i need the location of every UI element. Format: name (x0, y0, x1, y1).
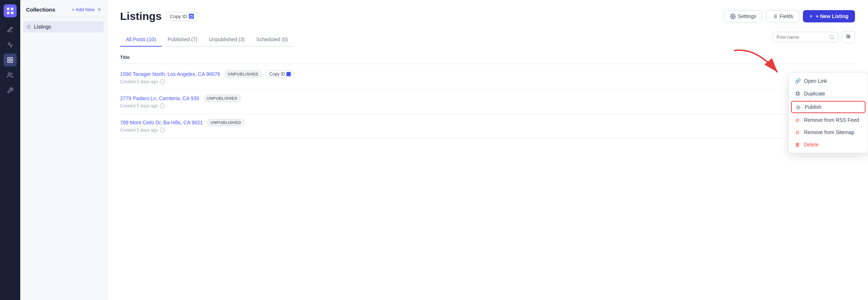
listing-row-top-3: 789 Mont Cielo Dr, Ba Hills, CA 9021 UNP… (120, 119, 855, 126)
add-new-button[interactable]: + Add New (72, 7, 94, 12)
gear-icon (730, 14, 736, 19)
delete-icon: 🗑 (795, 142, 800, 147)
sidebar-signal-icon[interactable] (4, 38, 17, 51)
sort-icon (845, 34, 851, 39)
listing-meta-3: Created 5 days ago i (120, 128, 855, 133)
collections-list: ☷ Listings (20, 17, 107, 36)
publish-icon: ◎ (795, 104, 801, 110)
copy-id-label: Copy ID (170, 14, 187, 19)
context-menu: 🔗 Open Link ⧉ Duplicate ◎ Publish ⊘ Remo… (788, 72, 868, 153)
context-menu-delete[interactable]: 🗑 Delete (789, 138, 868, 151)
page-title: Listings (120, 10, 162, 22)
svg-rect-1 (11, 8, 13, 10)
fields-button[interactable]: Fields (766, 10, 799, 22)
column-title: Title (120, 55, 130, 60)
status-badge-3: UNPUBLISHED (207, 119, 244, 126)
status-badge-1: UNPUBLISHED (225, 70, 262, 78)
status-badge-2: UNPUBLISHED (204, 95, 241, 102)
sidebar-database-icon[interactable] (4, 53, 17, 67)
sidebar-tools-icon[interactable] (4, 84, 17, 97)
sidebar-users-icon[interactable] (4, 69, 17, 82)
svg-point-10 (732, 16, 734, 17)
publish-label: Publish (805, 104, 821, 110)
listing-row-3: 789 Mont Cielo Dr, Ba Hills, CA 9021 UNP… (120, 114, 855, 138)
svg-rect-5 (11, 57, 13, 59)
context-menu-open-link[interactable]: 🔗 Open Link (789, 75, 868, 87)
open-link-label: Open Link (804, 78, 827, 84)
app-logo (4, 4, 17, 17)
svg-rect-0 (7, 8, 9, 10)
tab-scheduled[interactable]: Scheduled (0) (251, 33, 294, 47)
remove-rss-icon: ⊘ (795, 117, 800, 123)
sort-button[interactable] (841, 31, 855, 43)
svg-rect-3 (11, 12, 13, 14)
duplicate-icon: ⧉ (795, 90, 800, 97)
svg-line-18 (833, 38, 834, 39)
remove-sitemap-icon: ⊘ (795, 129, 800, 135)
svg-point-8 (8, 73, 10, 75)
icon-sidebar (0, 0, 20, 300)
tabs-group: All Posts (10) Published (7) Unpublished… (120, 33, 294, 47)
context-menu-duplicate[interactable]: ⧉ Duplicate (789, 87, 868, 100)
collection-item-label: Listings (34, 24, 51, 30)
collection-item-listings[interactable]: ☷ Listings (23, 21, 104, 33)
svg-rect-2 (7, 12, 9, 14)
main-content: Listings Copy ID Settings Fields + + New… (107, 0, 868, 300)
page-title-group: Listings Copy ID (120, 10, 198, 22)
open-link-icon: 🔗 (795, 78, 800, 84)
context-menu-remove-sitemap[interactable]: ⊘ Remove from Sitemap (789, 126, 868, 138)
sidebar-pen-icon[interactable] (4, 23, 17, 36)
list-icon: ☷ (27, 24, 31, 30)
duplicate-label: Duplicate (804, 91, 825, 97)
svg-rect-6 (8, 61, 9, 63)
top-bar-actions: Settings Fields + + New Listing (724, 10, 855, 22)
listing-row-2: 2779 Padaro Ln, Carnteria, CA 930 UNPUBL… (120, 90, 855, 114)
search-input-wrap[interactable] (773, 32, 838, 42)
delete-label: Delete (804, 142, 818, 147)
copy-id-button[interactable]: Copy ID (166, 12, 198, 21)
context-menu-publish[interactable]: ◎ Publish (791, 101, 865, 113)
settings-button[interactable]: Settings (724, 10, 762, 22)
remove-sitemap-label: Remove from Sitemap (804, 129, 854, 135)
svg-point-17 (830, 35, 833, 38)
listing-title-link-2[interactable]: 2779 Padaro Ln, Carnteria, CA 930 (120, 95, 199, 101)
collections-header-actions: + Add New × (72, 7, 101, 13)
search-icon (829, 35, 834, 40)
copy-icon (189, 14, 194, 19)
new-listing-button[interactable]: + + New Listing (803, 10, 855, 22)
listing-row-top-2: 2779 Padaro Ln, Carnteria, CA 930 UNPUBL… (120, 95, 855, 102)
collections-header: Collections + Add New × (20, 0, 107, 17)
listing-meta-2: Created 5 days ago i (120, 103, 855, 108)
copy-icon-small (286, 72, 291, 76)
context-menu-remove-rss[interactable]: ⊘ Remove from RSS Feed (789, 114, 868, 126)
info-icon-1: i (160, 79, 165, 84)
svg-rect-7 (11, 61, 13, 63)
tabs-row: All Posts (10) Published (7) Unpublished… (120, 31, 855, 47)
info-icon-2: i (160, 103, 165, 108)
listing-row: 1590 Tanager North, Los Angeles, CA 9007… (120, 65, 855, 90)
listing-title-link-1[interactable]: 1590 Tanager North, Los Angeles, CA 9007… (120, 71, 220, 77)
copy-id-text: Copy ID (269, 72, 285, 77)
tab-published[interactable]: Published (7) (162, 33, 203, 47)
fields-label: Fields (780, 13, 793, 19)
search-group (773, 31, 855, 47)
collections-panel: Collections + Add New × ☷ Listings (20, 0, 107, 300)
close-button[interactable]: × (98, 7, 101, 13)
top-bar: Listings Copy ID Settings Fields + + New… (120, 10, 855, 22)
listing-meta-1: Created 5 days ago i (120, 79, 855, 84)
fields-icon (772, 14, 778, 19)
search-input[interactable] (776, 34, 827, 40)
table-header: Title (120, 52, 855, 64)
info-icon-3: i (160, 128, 165, 133)
listing-row-top: 1590 Tanager North, Los Angeles, CA 9007… (120, 70, 855, 78)
new-listing-label: + New Listing (816, 13, 848, 19)
copy-id-small-1[interactable]: Copy ID (266, 70, 294, 78)
plus-icon: + (809, 13, 813, 20)
settings-label: Settings (738, 13, 756, 19)
svg-rect-4 (8, 57, 9, 59)
tab-unpublished[interactable]: Unpublished (3) (203, 33, 251, 47)
listing-title-link-3[interactable]: 789 Mont Cielo Dr, Ba Hills, CA 9021 (120, 120, 203, 125)
collections-title: Collections (26, 7, 55, 13)
tab-all-posts[interactable]: All Posts (10) (120, 33, 162, 47)
remove-rss-label: Remove from RSS Feed (804, 117, 859, 123)
